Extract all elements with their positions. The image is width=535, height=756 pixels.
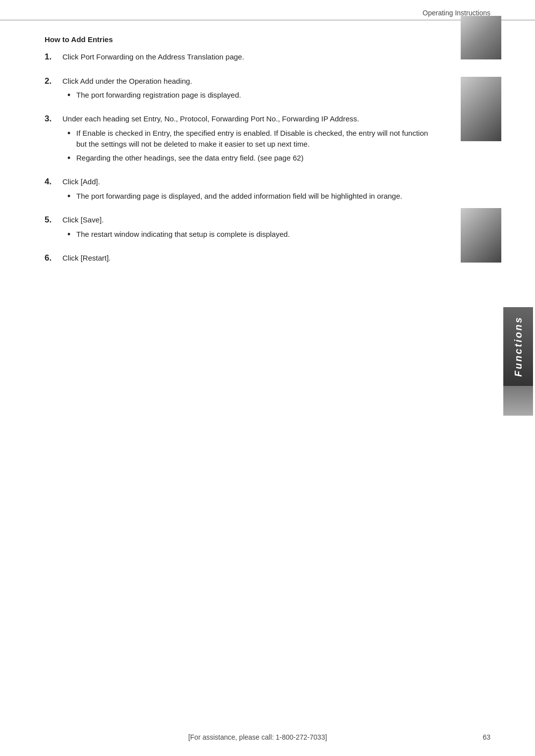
step-3-content: Under each heading set Entry, No., Proto… xyxy=(62,113,432,166)
step-5: 5. Click [Save]. • The restart window in… xyxy=(45,215,432,243)
step-3-bullet-1: • If Enable is checked in Entry, the spe… xyxy=(67,128,432,150)
step-1-text: Click Port Forwarding on the Address Tra… xyxy=(62,52,432,63)
step-5-text: Click [Save]. xyxy=(62,215,432,226)
step-6: 6. Click [Restart]. xyxy=(45,253,432,267)
main-content: How to Add Entries 1. Click Port Forward… xyxy=(0,20,501,292)
section-heading: How to Add Entries xyxy=(45,35,432,44)
step-5-bullet-1: • The restart window indicating that set… xyxy=(67,229,432,240)
step-2-bullet-1: • The port forwarding registration page … xyxy=(67,90,432,101)
bullet-dot: • xyxy=(67,229,76,240)
footer: [For assistance, please call: 1-800-272-… xyxy=(0,733,535,741)
step-4-number: 4. xyxy=(45,176,62,187)
step-4-text: Click [Add]. xyxy=(62,176,432,188)
page-number: 63 xyxy=(471,733,490,741)
bullet-dot: • xyxy=(67,90,76,101)
step-2-content: Click Add under the Operation heading. •… xyxy=(62,76,432,104)
functions-tab-block: Functions xyxy=(503,307,533,386)
step-5-content: Click [Save]. • The restart window indic… xyxy=(62,215,432,243)
step-5-bullets: • The restart window indicating that set… xyxy=(62,229,432,240)
step-2-text: Click Add under the Operation heading. xyxy=(62,76,432,87)
step-1: 1. Click Port Forwarding on the Address … xyxy=(45,52,432,66)
step-4-content: Click [Add]. • The port forwarding page … xyxy=(62,176,432,205)
step-4-bullet-1: • The port forwarding page is displayed,… xyxy=(67,191,432,202)
step-3-bullets: • If Enable is checked in Entry, the spe… xyxy=(62,128,432,164)
bullet-dot: • xyxy=(67,191,76,202)
step-2-number: 2. xyxy=(45,76,62,86)
step-6-text: Click [Restart]. xyxy=(62,253,432,264)
step-6-content: Click [Restart]. xyxy=(62,253,432,267)
step-2-bullet-1-text: The port forwarding registration page is… xyxy=(76,90,241,101)
functions-tab-text: Functions xyxy=(513,316,524,377)
step-6-number: 6. xyxy=(45,253,62,263)
page-container: Operating Instructions How to Add Entrie… xyxy=(0,0,535,756)
step-2-bullets: • The port forwarding registration page … xyxy=(62,90,432,101)
functions-tab-bottom xyxy=(503,386,533,416)
step-list: 1. Click Port Forwarding on the Address … xyxy=(45,52,432,267)
step-3-bullet-2: • Regarding the other headings, see the … xyxy=(67,153,432,164)
footer-assistance: [For assistance, please call: 1-800-272-… xyxy=(45,733,471,741)
bullet-dot: • xyxy=(67,153,76,164)
step-2: 2. Click Add under the Operation heading… xyxy=(45,76,432,104)
header-title: Operating Instructions xyxy=(423,9,490,17)
step-4-bullets: • The port forwarding page is displayed,… xyxy=(62,191,432,202)
step-5-bullet-1-text: The restart window indicating that setup… xyxy=(76,229,290,240)
step-1-content: Click Port Forwarding on the Address Tra… xyxy=(62,52,432,66)
header: Operating Instructions xyxy=(0,0,535,20)
step-3: 3. Under each heading set Entry, No., Pr… xyxy=(45,113,432,166)
step-3-bullet-2-text: Regarding the other headings, see the da… xyxy=(76,153,304,164)
bullet-dot: • xyxy=(67,128,76,139)
step-4-bullet-1-text: The port forwarding page is displayed, a… xyxy=(76,191,402,202)
step-3-bullet-1-text: If Enable is checked in Entry, the speci… xyxy=(76,128,432,150)
functions-tab: Functions xyxy=(501,307,535,416)
step-1-number: 1. xyxy=(45,52,62,62)
step-3-number: 3. xyxy=(45,113,62,124)
step-4: 4. Click [Add]. • The port forwarding pa… xyxy=(45,176,432,205)
step-3-text: Under each heading set Entry, No., Proto… xyxy=(62,113,432,125)
step-5-number: 5. xyxy=(45,215,62,225)
